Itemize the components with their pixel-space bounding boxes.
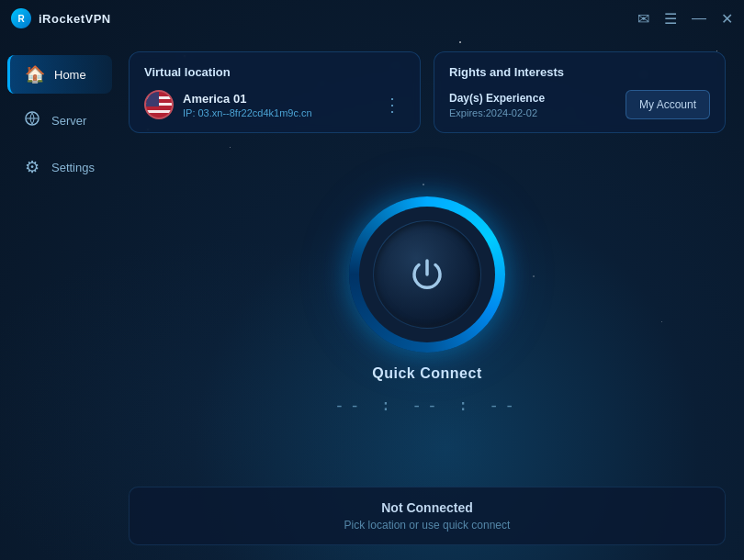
center-section: Quick Connect -- : -- : -- <box>129 137 726 474</box>
power-icon <box>404 252 450 297</box>
rights-plan-label: Day(s) Experience <box>449 92 545 105</box>
quick-connect-label: Quick Connect <box>372 365 481 382</box>
us-flag <box>144 90 174 119</box>
titlebar-left: R iRocketVPN <box>11 8 111 28</box>
sidebar-item-server[interactable]: Server <box>7 101 112 140</box>
sidebar-item-home[interactable]: 🏠 Home <box>7 55 112 94</box>
settings-icon: ⚙ <box>22 157 42 177</box>
rights-info: Day(s) Experience Expires:2024-02-02 <box>449 92 545 118</box>
timer-display: -- : -- : -- <box>334 395 520 414</box>
mail-icon[interactable]: ✉ <box>637 10 649 28</box>
top-cards: Virtual location America 01 IP: 03.xn--8… <box>129 51 726 133</box>
main-layout: 🏠 Home Server ⚙ Settings Virtu <box>0 37 744 560</box>
location-ip: IP: 03.xn--8fr22cd4k1m9c.cn <box>183 107 370 118</box>
server-icon <box>22 110 42 131</box>
rights-content: Day(s) Experience Expires:2024-02-02 My … <box>449 90 710 119</box>
power-button[interactable] <box>373 220 481 329</box>
rights-expires-label: Expires:2024-02-02 <box>449 107 545 118</box>
sidebar: 🏠 Home Server ⚙ Settings <box>0 37 119 560</box>
titlebar: R iRocketVPN ✉ ☰ — ✕ <box>0 0 744 37</box>
main-content: Virtual location America 01 IP: 03.xn--8… <box>119 37 744 560</box>
location-row: America 01 IP: 03.xn--8fr22cd4k1m9c.cn ⋮ <box>144 90 405 119</box>
my-account-button[interactable]: My Account <box>626 90 710 119</box>
menu-icon[interactable]: ☰ <box>664 10 677 28</box>
status-bar: Not Connected Pick location or use quick… <box>129 487 726 545</box>
status-subtitle: Pick location or use quick connect <box>148 519 706 532</box>
titlebar-controls: ✉ ☰ — ✕ <box>637 10 733 28</box>
location-info: America 01 IP: 03.xn--8fr22cd4k1m9c.cn <box>183 92 370 118</box>
power-ring-outer <box>349 196 505 353</box>
virtual-location-card: Virtual location America 01 IP: 03.xn--8… <box>129 51 421 133</box>
home-icon: 🏠 <box>25 64 45 84</box>
close-icon[interactable]: ✕ <box>721 10 733 28</box>
power-ring-inner <box>359 207 495 342</box>
virtual-location-title: Virtual location <box>144 65 405 79</box>
location-name: America 01 <box>183 92 370 106</box>
more-options-icon[interactable]: ⋮ <box>379 90 405 119</box>
sidebar-item-server-label: Server <box>51 114 86 128</box>
rights-card: Rights and Interests Day(s) Experience E… <box>434 51 726 133</box>
app-title: iRocketVPN <box>39 12 111 26</box>
rights-title: Rights and Interests <box>449 65 710 79</box>
sidebar-item-home-label: Home <box>54 68 86 82</box>
app-logo: R <box>11 8 31 28</box>
sidebar-item-settings-label: Settings <box>51 161 95 174</box>
status-title: Not Connected <box>148 500 706 515</box>
sidebar-item-settings[interactable]: ⚙ Settings <box>7 148 112 186</box>
minimize-icon[interactable]: — <box>692 10 706 27</box>
